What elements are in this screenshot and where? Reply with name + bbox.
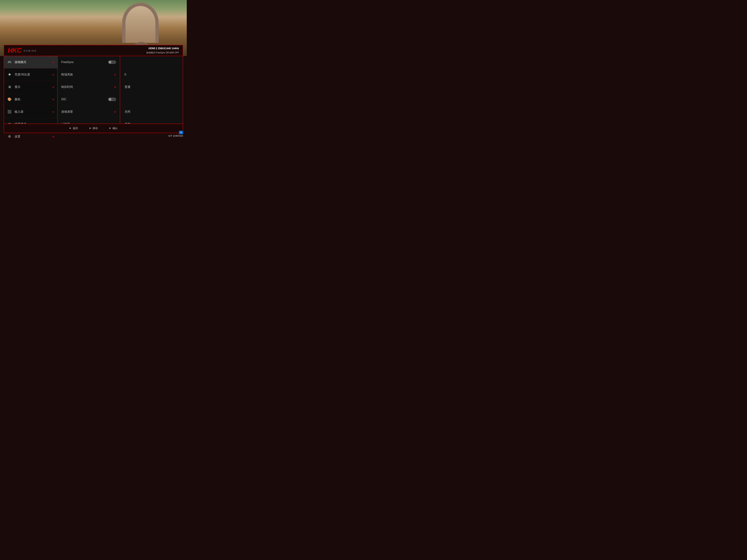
dark-boost-arrow[interactable]: ▶ (114, 73, 116, 76)
brightness-label: 亮度/对比度 (15, 73, 50, 77)
crosshair-control[interactable]: ▶ (114, 110, 116, 113)
crosshair-label: 游戏准星 (61, 110, 73, 114)
gamepad-icon: 🎮 (7, 60, 12, 64)
crosshair-value: 关闭 (125, 110, 130, 114)
dark-boost-control[interactable]: ▶ (114, 73, 116, 76)
input-label: 输入源 (15, 110, 50, 114)
dark-boost-row: 暗场亮效 ▶ (58, 69, 120, 81)
sidebar-item-color[interactable]: 🎨 颜色 ▶ (4, 93, 57, 106)
sidebar: 🎮 游戏模式 ▶ ✺ 亮度/对比度 ▶ 🖥 显示 ▶ 🎨 颜色 ▶ ⬛ (4, 56, 58, 124)
response-control[interactable]: ▶ (114, 86, 116, 88)
sidebar-item-brightness[interactable]: ✺ 亮度/对比度 ▶ (4, 69, 57, 81)
dark-boost-label: 暗场亮效 (61, 73, 73, 77)
logo-area: HKC GAMING (8, 47, 37, 54)
response-value-row: 普通 (120, 81, 183, 93)
right-panel: 0 普通 关闭 关闭 (120, 56, 183, 124)
osd-panel: HKC GAMING HDMI 2 2560X1440 144Hz 标准模式 F… (4, 45, 183, 133)
dic-label: DIC (61, 98, 67, 101)
settings-icon: ⚙ (7, 135, 12, 138)
color-icon: 🎨 (7, 97, 12, 101)
settings-label: 设置 (15, 135, 50, 138)
header-info: HDMI 2 2560X1440 144Hz 标准模式 FreeSync Off… (147, 46, 179, 55)
input-icon: ⬛ (7, 110, 12, 114)
osd-footer: ✦ 返回 ✦ 移动 ✦ 确认 (4, 124, 183, 133)
confirm-icon: ✦ (109, 127, 111, 130)
mode-info: 标准模式 FreeSync Off HDR OFF (147, 51, 179, 55)
brightness-icon: ✺ (7, 73, 12, 77)
response-label: 响应时间 (61, 85, 73, 89)
arrow-icon-1: ▶ (53, 73, 54, 76)
background-arch (122, 3, 159, 43)
arrow-icon-2: ▶ (53, 86, 54, 88)
sidebar-item-input[interactable]: ⬛ 输入源 ▶ (4, 106, 57, 118)
hkc-logo: HKC (8, 47, 21, 54)
osd-header: HKC GAMING HDMI 2 2560X1440 144Hz 标准模式 F… (4, 45, 183, 56)
zhihu-badge: 知 (179, 131, 183, 134)
arrow-icon-4: ▶ (53, 110, 54, 113)
dic-row: DIC (58, 93, 120, 106)
crosshair-arrow[interactable]: ▶ (114, 110, 116, 113)
response-row: 响应时间 ▶ (58, 81, 120, 93)
sidebar-item-game-mode[interactable]: 🎮 游戏模式 ▶ (4, 56, 57, 69)
arrow-icon-6: ▶ (53, 135, 54, 138)
watermark-credit: 知乎 @佛系指南 (168, 135, 183, 137)
dic-toggle-knob (108, 98, 111, 101)
back-icon: ✦ (69, 127, 71, 130)
freesync-toggle-knob (108, 61, 111, 63)
nav-back[interactable]: ✦ 返回 (69, 127, 78, 130)
display-label: 显示 (15, 85, 50, 89)
gaming-text: GAMING (24, 50, 37, 52)
game-mode-label: 游戏模式 (15, 60, 50, 64)
crosshair-value-row: 关闭 (120, 106, 183, 118)
dic-control[interactable] (108, 98, 116, 101)
nav-confirm[interactable]: ✦ 确认 (109, 127, 118, 130)
response-arrow[interactable]: ▶ (114, 86, 116, 88)
response-value: 普通 (125, 85, 130, 89)
nav-move[interactable]: ✦ 移动 (89, 127, 98, 130)
display-icon: 🖥 (7, 85, 12, 89)
freesync-control[interactable] (108, 60, 116, 64)
freesync-value-row (120, 56, 183, 69)
arrow-icon-0: ▶ (53, 61, 54, 63)
osd-content: 🎮 游戏模式 ▶ ✺ 亮度/对比度 ▶ 🖥 显示 ▶ 🎨 颜色 ▶ ⬛ (4, 56, 183, 124)
back-label: 返回 (73, 127, 78, 130)
dark-boost-value: 0 (125, 73, 126, 76)
confirm-label: 确认 (112, 127, 118, 130)
crosshair-row: 游戏准星 ▶ (58, 106, 120, 118)
move-label: 移动 (93, 127, 98, 130)
sidebar-item-display[interactable]: 🖥 显示 ▶ (4, 81, 57, 93)
dic-value-row (120, 93, 183, 106)
freesync-row: FreeSync (58, 56, 120, 69)
middle-panel: FreeSync 暗场亮效 ▶ 响应时间 ▶ (58, 56, 120, 124)
freesync-label: FreeSync (61, 60, 74, 64)
dic-toggle[interactable] (108, 98, 116, 101)
dark-boost-value-row: 0 (120, 69, 183, 81)
connection-info: HDMI 2 2560X1440 144Hz (147, 46, 179, 51)
freesync-toggle[interactable] (108, 60, 116, 64)
watermark: 知 知乎 @佛系指南 (168, 131, 183, 137)
move-icon: ✦ (89, 127, 91, 130)
arrow-icon-3: ▶ (53, 98, 54, 101)
color-label: 颜色 (15, 98, 50, 101)
